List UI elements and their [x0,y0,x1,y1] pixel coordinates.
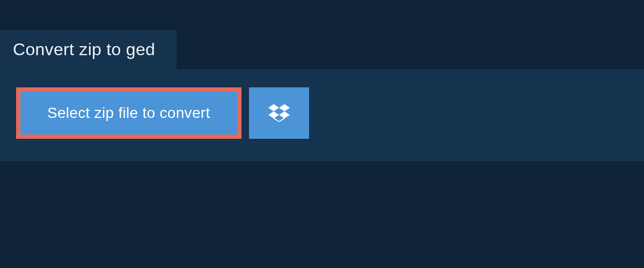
button-row: Select zip file to convert [16,87,628,139]
page-title: Convert zip to ged [13,40,155,59]
page-background: Convert zip to ged Select zip file to co… [0,0,644,268]
header-tab: Convert zip to ged [0,30,177,69]
dropbox-icon [268,102,290,124]
dropbox-button[interactable] [249,87,309,139]
upload-panel: Select zip file to convert [0,69,644,161]
select-file-button[interactable]: Select zip file to convert [16,87,241,139]
select-file-label: Select zip file to convert [47,105,210,122]
